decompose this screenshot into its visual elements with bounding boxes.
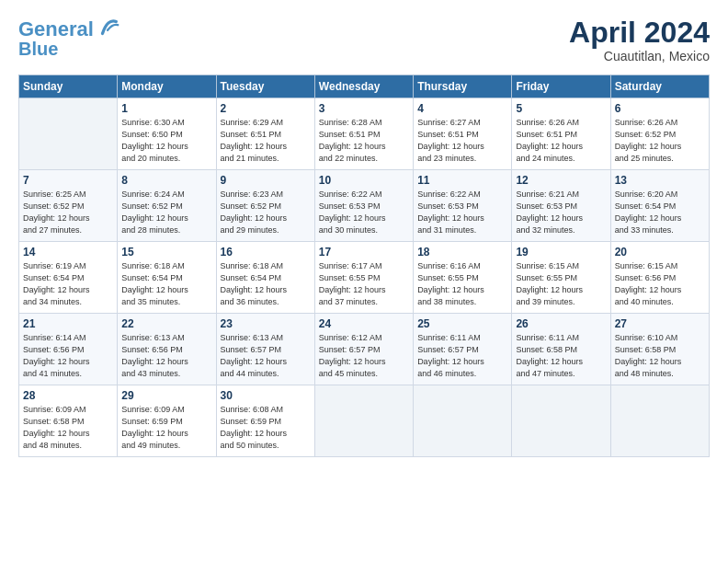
calendar-cell: 1Sunrise: 6:30 AMSunset: 6:50 PMDaylight… [118,98,216,170]
day-number: 13 [615,174,705,187]
calendar-cell: 19Sunrise: 6:15 AMSunset: 6:55 PMDayligh… [512,242,610,314]
day-info: Sunrise: 6:23 AMSunset: 6:52 PMDaylight:… [221,189,311,236]
day-number: 7 [23,174,113,187]
day-number: 27 [615,317,705,330]
day-number: 3 [319,102,409,115]
day-number: 30 [221,389,311,402]
day-number: 16 [221,246,311,259]
day-info: Sunrise: 6:18 AMSunset: 6:54 PMDaylight:… [121,260,211,308]
day-info: Sunrise: 6:24 AMSunset: 6:52 PMDaylight:… [121,189,211,236]
day-info: Sunrise: 6:28 AMSunset: 6:51 PMDaylight:… [319,117,409,165]
day-info: Sunrise: 6:19 AMSunset: 6:54 PMDaylight:… [23,260,113,308]
calendar-cell: 13Sunrise: 6:20 AMSunset: 6:54 PMDayligh… [610,170,709,242]
day-number: 23 [221,317,311,330]
calendar-cell: 15Sunrise: 6:18 AMSunset: 6:54 PMDayligh… [118,242,216,314]
calendar-cell [512,385,610,457]
calendar-table: Sunday Monday Tuesday Wednesday Thursday… [18,75,710,457]
header: General Blue April 2024 Cuautitlan, Mexi… [18,17,710,63]
calendar-cell [414,385,512,457]
day-info: Sunrise: 6:22 AMSunset: 6:53 PMDaylight:… [417,189,507,236]
day-info: Sunrise: 6:11 AMSunset: 6:57 PMDaylight:… [417,332,507,380]
day-number: 10 [319,174,409,187]
day-number: 29 [121,389,211,402]
calendar-cell: 27Sunrise: 6:10 AMSunset: 6:58 PMDayligh… [610,314,709,385]
col-wednesday: Wednesday [314,75,413,98]
calendar-week-2: 7Sunrise: 6:25 AMSunset: 6:52 PMDaylight… [19,170,710,242]
calendar-cell: 10Sunrise: 6:22 AMSunset: 6:53 PMDayligh… [314,170,413,242]
col-thursday: Thursday [414,75,512,98]
calendar-cell: 14Sunrise: 6:19 AMSunset: 6:54 PMDayligh… [19,242,118,314]
calendar-cell: 21Sunrise: 6:14 AMSunset: 6:56 PMDayligh… [19,314,118,385]
calendar-cell: 3Sunrise: 6:28 AMSunset: 6:51 PMDaylight… [314,98,413,170]
day-number: 18 [417,246,507,259]
calendar-cell: 4Sunrise: 6:27 AMSunset: 6:51 PMDaylight… [414,98,512,170]
day-info: Sunrise: 6:15 AMSunset: 6:55 PMDaylight:… [516,260,606,308]
calendar-cell: 24Sunrise: 6:12 AMSunset: 6:57 PMDayligh… [314,314,413,385]
logo-text2: Blue [18,39,58,59]
day-number: 15 [121,246,211,259]
calendar-cell: 25Sunrise: 6:11 AMSunset: 6:57 PMDayligh… [414,314,512,385]
calendar-cell: 7Sunrise: 6:25 AMSunset: 6:52 PMDaylight… [19,170,118,242]
calendar-cell [610,385,709,457]
col-friday: Friday [512,75,610,98]
logo: General Blue [18,17,121,59]
logo-text: General [18,18,94,40]
calendar-cell: 16Sunrise: 6:18 AMSunset: 6:54 PMDayligh… [216,242,314,314]
day-info: Sunrise: 6:12 AMSunset: 6:57 PMDaylight:… [319,332,409,380]
logo-icon [96,15,121,40]
day-number: 4 [417,102,507,115]
day-info: Sunrise: 6:20 AMSunset: 6:54 PMDaylight:… [615,189,705,236]
page: General Blue April 2024 Cuautitlan, Mexi… [0,0,728,466]
day-info: Sunrise: 6:25 AMSunset: 6:52 PMDaylight:… [23,189,113,236]
day-number: 26 [516,317,606,330]
header-row: Sunday Monday Tuesday Wednesday Thursday… [19,75,710,98]
day-number: 28 [23,389,113,402]
calendar-cell: 2Sunrise: 6:29 AMSunset: 6:51 PMDaylight… [216,98,314,170]
day-info: Sunrise: 6:26 AMSunset: 6:51 PMDaylight:… [516,117,606,165]
calendar-week-5: 28Sunrise: 6:09 AMSunset: 6:58 PMDayligh… [19,385,710,457]
day-info: Sunrise: 6:09 AMSunset: 6:59 PMDaylight:… [121,404,211,452]
day-number: 21 [23,317,113,330]
day-info: Sunrise: 6:29 AMSunset: 6:51 PMDaylight:… [221,117,311,165]
day-info: Sunrise: 6:27 AMSunset: 6:51 PMDaylight:… [417,117,507,165]
day-number: 5 [516,102,606,115]
day-info: Sunrise: 6:30 AMSunset: 6:50 PMDaylight:… [121,117,211,165]
calendar-cell: 18Sunrise: 6:16 AMSunset: 6:55 PMDayligh… [414,242,512,314]
day-info: Sunrise: 6:16 AMSunset: 6:55 PMDaylight:… [417,260,507,308]
calendar-cell: 26Sunrise: 6:11 AMSunset: 6:58 PMDayligh… [512,314,610,385]
month-title: April 2024 [569,17,710,49]
day-info: Sunrise: 6:26 AMSunset: 6:52 PMDaylight:… [615,117,705,165]
day-info: Sunrise: 6:13 AMSunset: 6:56 PMDaylight:… [121,332,211,380]
calendar-cell: 6Sunrise: 6:26 AMSunset: 6:52 PMDaylight… [610,98,709,170]
col-sunday: Sunday [19,75,118,98]
day-info: Sunrise: 6:22 AMSunset: 6:53 PMDaylight:… [319,189,409,236]
day-number: 8 [121,174,211,187]
calendar-cell: 17Sunrise: 6:17 AMSunset: 6:55 PMDayligh… [314,242,413,314]
day-number: 2 [221,102,311,115]
day-number: 20 [615,246,705,259]
day-info: Sunrise: 6:11 AMSunset: 6:58 PMDaylight:… [516,332,606,380]
col-tuesday: Tuesday [216,75,314,98]
calendar-cell: 5Sunrise: 6:26 AMSunset: 6:51 PMDaylight… [512,98,610,170]
calendar-cell: 8Sunrise: 6:24 AMSunset: 6:52 PMDaylight… [118,170,216,242]
day-info: Sunrise: 6:10 AMSunset: 6:58 PMDaylight:… [615,332,705,380]
day-number: 25 [417,317,507,330]
day-info: Sunrise: 6:15 AMSunset: 6:56 PMDaylight:… [615,260,705,308]
day-number: 12 [516,174,606,187]
calendar-cell: 20Sunrise: 6:15 AMSunset: 6:56 PMDayligh… [610,242,709,314]
day-number: 1 [121,102,211,115]
calendar-cell: 29Sunrise: 6:09 AMSunset: 6:59 PMDayligh… [118,385,216,457]
day-info: Sunrise: 6:17 AMSunset: 6:55 PMDaylight:… [319,260,409,308]
day-number: 14 [23,246,113,259]
day-info: Sunrise: 6:08 AMSunset: 6:59 PMDaylight:… [221,404,311,452]
calendar-cell: 9Sunrise: 6:23 AMSunset: 6:52 PMDaylight… [216,170,314,242]
day-number: 22 [121,317,211,330]
day-number: 19 [516,246,606,259]
day-info: Sunrise: 6:18 AMSunset: 6:54 PMDaylight:… [221,260,311,308]
day-number: 9 [221,174,311,187]
day-number: 6 [615,102,705,115]
calendar-cell: 23Sunrise: 6:13 AMSunset: 6:57 PMDayligh… [216,314,314,385]
col-monday: Monday [118,75,216,98]
location-subtitle: Cuautitlan, Mexico [569,49,710,63]
calendar-cell [314,385,413,457]
